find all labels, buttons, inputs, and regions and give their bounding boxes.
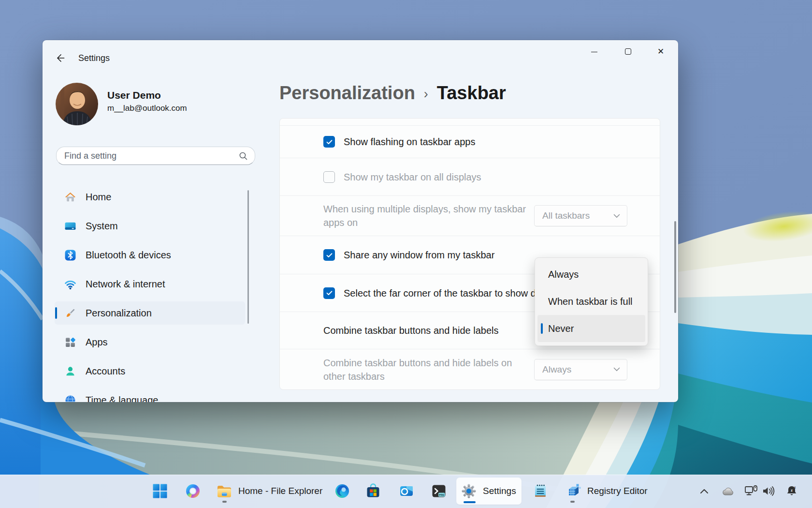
- checkbox-far-corner[interactable]: [323, 287, 335, 299]
- select-multiple-displays[interactable]: All taskbars: [534, 205, 627, 226]
- display-input-tray-button[interactable]: [743, 483, 759, 499]
- checkbox-all-displays[interactable]: [323, 171, 335, 183]
- sidebar-item-personalization[interactable]: Personalization: [55, 301, 245, 325]
- sidebar-item-label: Accounts: [86, 366, 125, 377]
- tray-expand-button[interactable]: [696, 483, 712, 499]
- window-title: Settings: [78, 53, 110, 63]
- sidebar-item-home[interactable]: Home: [55, 185, 245, 209]
- taskbar-settings-button[interactable]: Settings: [457, 478, 521, 504]
- running-indicator: [222, 501, 227, 503]
- setting-label: Show flashing on taskbar apps: [344, 135, 475, 149]
- search-box: [56, 147, 255, 165]
- sidebar-item-system[interactable]: System: [55, 214, 245, 238]
- dropdown-option-when-full[interactable]: When taskbar is full: [535, 288, 648, 315]
- taskbar-file-explorer-button[interactable]: Home - File Explorer: [213, 478, 325, 504]
- monitor-mouse-icon: [744, 485, 758, 497]
- sidebar-item-bluetooth-devices[interactable]: Bluetooth & devices: [55, 243, 245, 267]
- time-language-globe-icon: [64, 394, 76, 403]
- windows-start-icon: [152, 483, 168, 499]
- edge-button[interactable]: [333, 478, 352, 504]
- sidebar-item-accounts[interactable]: Accounts: [55, 359, 245, 383]
- close-button[interactable]: ✕: [650, 40, 672, 62]
- sidebar-item-label: Network & internet: [86, 279, 165, 290]
- taskbar-registry-editor-button[interactable]: Registry Editor: [561, 478, 649, 504]
- sidebar-item-network-internet[interactable]: Network & internet: [55, 272, 245, 296]
- start-button[interactable]: [150, 478, 170, 504]
- accounts-person-icon: [64, 365, 76, 377]
- bluetooth-icon: [64, 249, 76, 261]
- system-icon: [64, 220, 76, 232]
- maximize-button[interactable]: [617, 40, 639, 62]
- minimize-button[interactable]: [583, 40, 605, 62]
- microsoft-store-button[interactable]: [363, 478, 383, 504]
- wifi-icon: [64, 278, 76, 290]
- settings-window: Settings ✕ User Demo m__lab@outlook.com: [43, 40, 678, 402]
- taskbar-app-label: Home - File Explorer: [238, 486, 322, 496]
- sidebar-item-apps[interactable]: Apps: [55, 330, 245, 354]
- close-icon: ✕: [657, 47, 664, 56]
- setting-row-show-flashing: Show flashing on taskbar apps: [280, 125, 660, 158]
- terminal-button[interactable]: PRE: [429, 478, 449, 504]
- dropdown-option-always[interactable]: Always: [535, 261, 648, 288]
- setting-row-partial: [280, 119, 660, 125]
- setting-label: When using multiple displays, show my ta…: [323, 202, 526, 229]
- setting-label: Combine taskbar buttons and hide labels: [323, 324, 498, 337]
- terminal-icon: PRE: [431, 483, 447, 499]
- sidebar-item-label: Bluetooth & devices: [86, 250, 171, 261]
- sidebar-scrollbar[interactable]: [247, 190, 249, 324]
- page-title: Taskbar: [437, 83, 506, 104]
- content-scrollbar[interactable]: [674, 221, 676, 313]
- minimize-icon: [591, 52, 597, 52]
- settings-gear-icon: [461, 483, 477, 499]
- personalization-brush-icon: [64, 307, 76, 319]
- apps-icon: [64, 336, 76, 348]
- back-arrow-icon: [55, 53, 66, 63]
- taskbar: Home - File Explorer: [0, 475, 812, 508]
- sidebar-item-label: Time & language: [86, 395, 158, 403]
- sidebar-item-label: Apps: [86, 337, 108, 348]
- dropdown-option-never[interactable]: Never: [537, 315, 645, 342]
- outlook-button[interactable]: [397, 478, 416, 504]
- user-email: m__lab@outlook.com: [107, 104, 187, 113]
- setting-row-combine-other: Combine taskbar buttons and hide labels …: [280, 349, 660, 389]
- checkbox-share-window[interactable]: [323, 249, 335, 261]
- chevron-up-icon: [699, 488, 709, 494]
- checkbox-show-flashing[interactable]: [323, 136, 335, 148]
- search-input[interactable]: [64, 151, 239, 161]
- avatar[interactable]: [56, 83, 98, 125]
- taskbar-behaviors-card: Show flashing on taskbar apps Show my ta…: [279, 118, 660, 390]
- select-combine-other[interactable]: Always: [534, 359, 627, 380]
- notifications-tray-button[interactable]: z z: [784, 483, 799, 499]
- dropdown-option-label: Always: [548, 269, 579, 280]
- taskbar-app-label: Registry Editor: [587, 486, 648, 496]
- outlook-icon: [398, 483, 415, 499]
- setting-row-multiple-displays: When using multiple displays, show my ta…: [280, 195, 660, 236]
- select-value: All taskbars: [542, 210, 613, 221]
- setting-label: Share any window from my taskbar: [344, 248, 494, 262]
- onedrive-cloud-icon: [722, 486, 735, 496]
- volume-tray-button[interactable]: [761, 483, 776, 499]
- file-explorer-icon: [216, 483, 232, 499]
- sidebar-item-label: Personalization: [86, 308, 152, 319]
- bell-z-icon: z z: [785, 485, 798, 497]
- chevron-down-icon: [613, 367, 620, 372]
- sidebar-item-time-language[interactable]: Time & language: [55, 388, 245, 402]
- select-value: Always: [542, 364, 613, 375]
- dropdown-option-label: Never: [548, 323, 574, 334]
- breadcrumb: Personalization › Taskbar: [279, 83, 506, 104]
- copilot-button[interactable]: [183, 478, 203, 504]
- breadcrumb-separator-icon: ›: [424, 87, 428, 102]
- microsoft-store-icon: [365, 483, 381, 499]
- taskbar-app-label: Settings: [483, 486, 516, 496]
- back-button[interactable]: [51, 49, 70, 67]
- sidebar-item-label: System: [86, 221, 118, 232]
- notepad-button[interactable]: [531, 478, 550, 504]
- registry-editor-icon: [565, 483, 581, 499]
- running-indicator: [570, 501, 575, 503]
- chevron-down-icon: [613, 214, 620, 218]
- setting-label: Combine taskbar buttons and hide labels …: [323, 356, 526, 383]
- setting-label: Show my taskbar on all displays: [344, 170, 481, 184]
- onedrive-tray-button[interactable]: [721, 483, 736, 499]
- edge-icon: [334, 483, 350, 499]
- breadcrumb-parent[interactable]: Personalization: [279, 83, 415, 104]
